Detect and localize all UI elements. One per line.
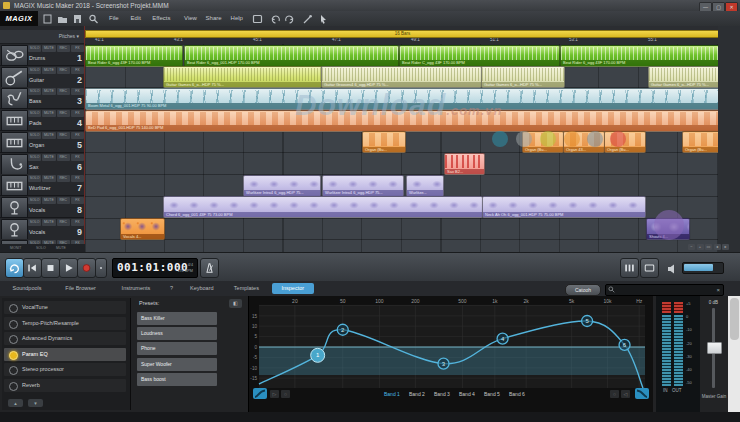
wand-icon[interactable] <box>302 14 313 24</box>
menu-help[interactable]: Help <box>228 11 246 26</box>
track-rec-button[interactable]: REC <box>57 110 70 117</box>
undo-icon[interactable] <box>270 14 281 24</box>
cursor-icon[interactable] <box>318 14 329 24</box>
inspector-scrollbar-thumb[interactable] <box>730 298 739 340</box>
preset-item-bass-killer[interactable]: Bass Killer <box>137 312 217 325</box>
preset-item-bass-boost[interactable]: Bass boost <box>137 373 217 386</box>
track-solo-button[interactable]: SOLO <box>28 175 41 182</box>
effect-power-icon[interactable] <box>9 351 18 360</box>
eq-band-handle-5[interactable]: 5 <box>582 316 593 327</box>
clip-c-cream[interactable]: Guitar Grooves4 6_ogg.HDP 75 %... <box>321 66 482 88</box>
preset-item-super-woofer[interactable]: Super Woofer <box>137 358 217 371</box>
effect-item-tempo-pitch-resample[interactable]: Tempo-Pitch/Resample <box>4 317 126 330</box>
highpass-filter-icon[interactable] <box>253 388 267 399</box>
clip-c-blue[interactable]: Boom Metal 6_ogg_001.HDP 75 90.00 BPM <box>85 88 718 110</box>
clip-c-lav[interactable]: Wurlitzer Intro4 6_ogg.HDP 75... <box>243 175 321 197</box>
track-lanes[interactable]: Beat Rider 6_ogg 43F 170.00 BPMBeat Ride… <box>85 44 718 252</box>
track-header-sax[interactable]: SOLOMUTERECFXSax6 <box>0 153 85 175</box>
clip-c-purple[interactable]: Shouts 4... <box>646 218 690 240</box>
stop-button[interactable] <box>41 258 60 278</box>
eq-band-tab-band-5[interactable]: Band 5 <box>484 391 500 397</box>
fx-rack-button[interactable] <box>640 258 659 278</box>
clip-c-owave[interactable]: Vocals 4... <box>120 218 165 240</box>
preset-item-loudness[interactable]: Loudness <box>137 327 217 340</box>
volume-slider[interactable] <box>682 262 724 274</box>
arranger-zoom-button[interactable]: ▭ <box>705 244 712 250</box>
inspector-scrollbar[interactable] <box>728 296 740 412</box>
track-header-wurlitzer[interactable]: SOLOMUTERECFXWurlitzer7 <box>0 174 85 196</box>
master-solo-button[interactable]: SOLO <box>36 244 46 252</box>
eq-band-tab-band-6[interactable]: Band 6 <box>509 391 525 397</box>
clip-c-orange[interactable]: Organ (Bu... <box>604 131 646 153</box>
previous-button[interactable] <box>23 258 42 278</box>
track-rec-button[interactable]: REC <box>57 154 70 161</box>
effect-down-button[interactable]: ▾ <box>28 399 43 407</box>
clip-c-lime[interactable]: Guitar Games 6_o...HDP 75 %... <box>163 66 322 88</box>
track-header-pads[interactable]: SOLOMUTERECFXPads4 <box>0 109 85 131</box>
clip-c-lav[interactable]: Wurlitzer Intro4 6_ogg.HDP 75... <box>322 175 404 197</box>
track-mute-button[interactable]: MUTE <box>42 219 55 226</box>
tab-keyboard[interactable]: Keyboard <box>182 283 221 294</box>
tab-templates[interactable]: Templates <box>225 283 267 294</box>
track-fx-button[interactable]: FX <box>71 219 84 226</box>
save-project-icon[interactable] <box>72 14 83 24</box>
minimize-button[interactable]: — <box>699 2 712 12</box>
track-solo-button[interactable]: SOLO <box>28 45 41 52</box>
maximize-button[interactable]: ▢ <box>712 2 725 12</box>
search-input[interactable]: × <box>605 284 724 296</box>
eq-band-handle-2[interactable]: 2 <box>337 324 348 335</box>
filter-slope-icon[interactable]: ▷ <box>270 390 279 398</box>
effect-power-icon[interactable] <box>9 366 18 375</box>
track-rec-button[interactable]: REC <box>57 175 70 182</box>
eq-band-handle-4[interactable]: 4 <box>497 333 508 344</box>
loop-button[interactable] <box>5 258 24 278</box>
preset-item-phone[interactable]: Phone <box>137 342 217 355</box>
arranger-zoom-button[interactable]: ◂ <box>714 244 721 250</box>
clip-c-salmon[interactable]: BeD Pad 6_ogg_001.HDP 75 140.00 BPM <box>85 110 718 132</box>
record-button[interactable] <box>77 258 96 278</box>
track-fx-button[interactable]: FX <box>71 45 84 52</box>
effect-up-button[interactable]: ▴ <box>8 399 23 407</box>
master-gain-handle[interactable] <box>707 342 722 354</box>
effect-power-icon[interactable] <box>9 304 18 313</box>
effect-item-vocaltune[interactable]: VocalTune <box>4 301 126 314</box>
record-mode-button[interactable] <box>95 258 107 278</box>
arranger-zoom-button[interactable]: − <box>688 244 695 250</box>
tab-instruments[interactable]: Instruments <box>111 283 161 294</box>
menu-file[interactable]: File <box>106 11 122 26</box>
track-solo-button[interactable]: SOLO <box>28 67 41 74</box>
menu-effects[interactable]: Effects <box>149 11 173 26</box>
track-header-vocals[interactable]: SOLOMUTERECFXVocals8 <box>0 196 85 218</box>
tab--[interactable]: ? <box>165 283 179 294</box>
search-clear-icon[interactable]: × <box>716 285 720 295</box>
track-header-organ[interactable]: SOLOMUTERECFXOrgan5 <box>0 131 85 153</box>
clip-c-orange[interactable]: Organ (Bu... <box>522 131 564 153</box>
lowpass-filter-icon[interactable] <box>635 388 649 399</box>
search-icon[interactable] <box>88 14 99 24</box>
clip-c-green[interactable]: Beat Rider 6_ogg 43F 170.00 BPM <box>85 45 183 67</box>
clip-c-lav[interactable]: Chord 6_ogg_001 43F 75 73.00 BPM <box>163 196 483 218</box>
track-solo-button[interactable]: SOLO <box>28 154 41 161</box>
menu-view[interactable]: View <box>181 11 200 26</box>
open-project-icon[interactable] <box>57 14 68 24</box>
track-fx-button[interactable]: FX <box>71 67 84 74</box>
track-solo-button[interactable]: SOLO <box>28 132 41 139</box>
track-mute-button[interactable]: MUTE <box>42 45 55 52</box>
pitches-dropdown[interactable]: Pitches ▾ <box>0 30 85 44</box>
eq-band-tab-band-4[interactable]: Band 4 <box>459 391 475 397</box>
clip-c-green[interactable]: Beat Rider 6_ogg 43F 170.00 BPM <box>560 45 718 67</box>
effect-power-icon[interactable] <box>9 335 18 344</box>
track-fx-button[interactable]: FX <box>71 88 84 95</box>
track-fx-button[interactable]: FX <box>71 175 84 182</box>
filter-off-icon-right[interactable]: ○ <box>610 390 619 398</box>
redo-icon[interactable] <box>284 14 295 24</box>
effect-item-reverb[interactable]: Reverb <box>4 379 126 392</box>
eq-band-tab-band-2[interactable]: Band 2 <box>409 391 425 397</box>
track-solo-button[interactable]: SOLO <box>28 110 41 117</box>
eq-band-handle-1[interactable]: 1 <box>311 348 325 362</box>
track-rec-button[interactable]: REC <box>57 219 70 226</box>
track-rec-button[interactable]: REC <box>57 197 70 204</box>
track-solo-button[interactable]: SOLO <box>28 197 41 204</box>
metronome-button[interactable] <box>200 258 219 278</box>
effect-power-icon[interactable] <box>9 320 18 329</box>
